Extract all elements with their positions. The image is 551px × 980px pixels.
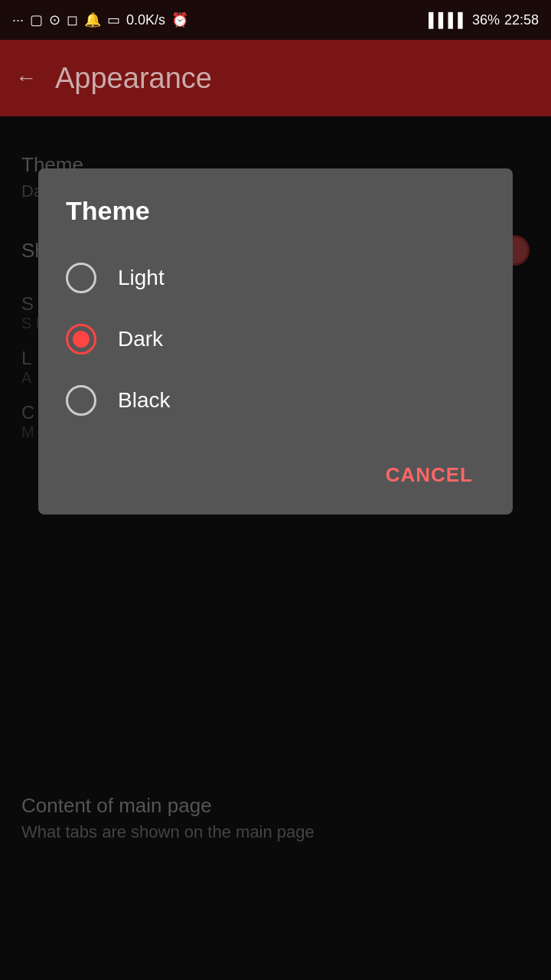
- battery-level: 36%: [472, 12, 500, 28]
- theme-black-label: Black: [118, 388, 170, 413]
- theme-light-label: Light: [118, 266, 165, 290]
- page-title: Appearance: [55, 62, 212, 95]
- content-main-subtitle: What tabs are shown on the main page: [21, 822, 530, 842]
- radio-dark-inner: [73, 331, 90, 348]
- status-bar: ··· ▢ ⊙ ◻ 🔔 ▭ 0.0K/s ⏰ ▌▌▌▌ 36% 22:58: [0, 0, 551, 40]
- menu-dots-icon: ···: [12, 12, 24, 28]
- theme-option-dark[interactable]: Dark: [66, 309, 485, 370]
- radio-light[interactable]: [66, 263, 96, 293]
- theme-option-light[interactable]: Light: [66, 247, 485, 309]
- content-main-title: Content of main page: [21, 794, 530, 818]
- theme-dialog: Theme Light Dark Black CANCEL: [38, 168, 513, 514]
- signal-icon: ▌▌▌▌: [429, 12, 468, 28]
- instagram-icon: ◻: [67, 11, 78, 28]
- theme-dark-label: Dark: [118, 327, 163, 351]
- network-speed: 0.0K/s: [126, 12, 165, 28]
- theme-option-black[interactable]: Black: [66, 370, 485, 431]
- radio-dark[interactable]: [66, 324, 96, 354]
- clock: 22:58: [504, 12, 539, 28]
- square-icon: ▢: [30, 11, 43, 28]
- alarm-icon: ⏰: [171, 11, 188, 28]
- dialog-actions: CANCEL: [66, 446, 485, 496]
- message-icon: ▭: [107, 11, 120, 28]
- back-button[interactable]: ←: [15, 66, 37, 90]
- top-bar: ← Appearance: [0, 40, 551, 116]
- camera-icon: ⊙: [49, 11, 60, 28]
- bottom-content: Content of main page What tabs are shown…: [21, 794, 530, 842]
- status-bar-left: ··· ▢ ⊙ ◻ 🔔 ▭ 0.0K/s ⏰: [12, 11, 188, 28]
- dialog-title: Theme: [66, 196, 485, 226]
- status-bar-right: ▌▌▌▌ 36% 22:58: [429, 12, 539, 28]
- notification-icon: 🔔: [84, 11, 101, 28]
- radio-black[interactable]: [66, 385, 96, 416]
- cancel-button[interactable]: CANCEL: [373, 454, 485, 496]
